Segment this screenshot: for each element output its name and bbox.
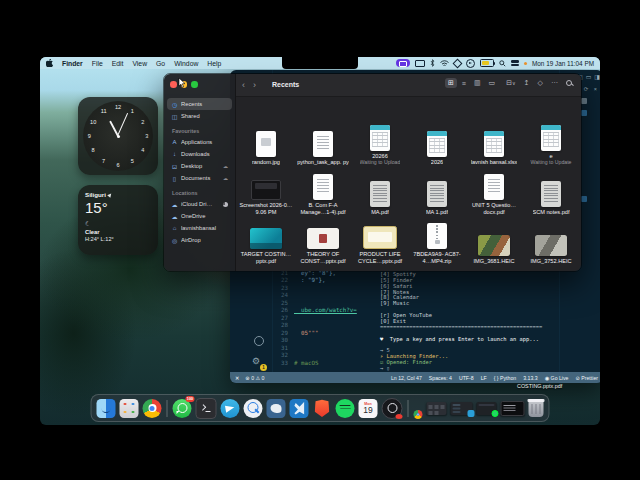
menu-item-view[interactable]: View [132,60,147,67]
file-item[interactable]: random.jpg [238,100,295,166]
menu-item-go[interactable]: Go [156,60,165,67]
menu-item-finder[interactable]: Finder [62,60,83,67]
status-item[interactable]: ⊗ 0 ⚠ 0 [245,375,264,381]
layout-icon[interactable]: ▭ [586,73,592,80]
finder-dock-icon[interactable] [97,399,116,418]
status-item[interactable]: ◉ Go Live [545,375,569,381]
minimized-window-terminal-window[interactable] [501,401,525,416]
sidebar-item-lavnishbansal[interactable]: ⌂lavnishbansal [167,222,232,234]
trash-dock-icon[interactable] [529,399,544,417]
file-name: random.jpg [252,159,280,165]
menu-item-edit[interactable]: Edit [112,60,124,67]
list-view-button[interactable]: ≡ [459,79,469,88]
file-item[interactable]: 2026 [409,100,466,166]
menu-item-help[interactable]: Help [207,60,221,67]
sidebar-item-recents[interactable]: ◷Recents [167,98,232,110]
back-button[interactable]: ‹ [242,77,245,93]
more-options-button[interactable]: ⋯ [551,79,558,87]
minimized-window-chat-window[interactable] [451,402,473,415]
icon-view-button[interactable]: ⊞ [445,78,457,88]
file-name: MA.pdf [371,209,389,215]
file-item[interactable]: B. Com F-A Manage…1-4).pdf [295,166,352,216]
screen-recording-indicator-icon[interactable] [396,59,410,67]
file-item[interactable]: IMG_3752.HEIC [523,216,580,265]
bluetooth-icon[interactable] [430,59,435,67]
minimized-window-whatsapp-window[interactable] [477,402,497,415]
terminal-dock-icon[interactable] [196,398,217,419]
minimized-window-chrome-mini[interactable] [414,410,423,419]
dock-separator [167,400,168,417]
file-item[interactable]: 7BDEA9A9- AC87-4…MP4.zip [409,216,466,265]
file-item[interactable]: eWaiting to Update [523,100,580,166]
status-item[interactable]: LF [481,375,487,381]
postgres-dock-icon[interactable] [267,399,286,418]
finder-window[interactable]: ◷Recents◫SharedFavouritesAApplications↓D… [163,73,582,272]
control-center-icon[interactable] [511,59,519,67]
chrome-dock-icon[interactable] [143,399,162,418]
file-item[interactable]: Screenshot 2026-0…9.06 PM [238,166,295,216]
file-item[interactable]: TARGET COSTIN…pptx.pdf [238,216,295,265]
shortcuts-icon[interactable] [452,58,462,68]
sidebar-item-airdrop[interactable]: ◎AirDrop [167,234,232,246]
sidebar-item-onedrive[interactable]: ☁OneDrive [167,210,232,222]
file-item[interactable]: IMG_3681.HEIC [466,216,523,265]
menu-item-window[interactable]: Window [174,60,198,67]
spotify-dock-icon[interactable] [336,399,355,418]
sidebar-item-iclouddri[interactable]: ☁iCloud Dri… [167,198,232,210]
obs-dock-icon[interactable] [382,398,403,419]
now-playing-icon[interactable] [466,59,475,68]
file-item[interactable]: 20266Waiting to Upload [352,100,409,166]
display-icon[interactable] [415,60,425,67]
vscode-dock-icon[interactable] [290,399,309,418]
file-item[interactable]: lavnish bansal.xlsx [466,100,523,166]
layout-icon[interactable]: ◨ [594,73,600,80]
telegram-dock-icon[interactable] [221,399,240,418]
clock-numeral: 2 [141,119,144,125]
launchpad-dock-icon[interactable] [120,399,139,418]
tag-button[interactable]: ◇ [538,79,543,87]
sidebar-item-documents[interactable]: ▯Documents☁ [167,172,232,184]
status-item[interactable]: { } Python [494,375,517,381]
status-item[interactable]: ✕ [235,375,239,381]
wifi-icon[interactable] [440,60,449,67]
gallery-view-button[interactable]: ▭ [486,78,499,88]
column-view-button[interactable]: ▥ [471,78,484,88]
account-icon[interactable] [254,336,264,346]
share-button[interactable]: ↥ [524,79,530,87]
spotlight-icon[interactable] [499,60,506,67]
minimized-window-app-window[interactable] [427,402,447,415]
brave-dock-icon[interactable] [313,399,332,418]
file-item[interactable]: MA 1.pdf [409,166,466,216]
clock-numeral: 6 [116,162,119,168]
status-item[interactable]: Ln 12, Col 47 [391,375,422,381]
sidebar-item-desktop[interactable]: ⊡Desktop☁ [167,160,232,172]
apple-menu-icon[interactable] [46,59,53,67]
file-item[interactable]: MA.pdf [352,166,409,216]
status-item[interactable]: 3.13.3 [523,375,537,381]
battery-icon[interactable] [480,59,494,67]
clock-widget[interactable]: 121234567891011 [78,97,158,175]
calendar-dock-icon[interactable]: Mon19 [359,399,378,418]
quicktime-dock-icon[interactable] [244,399,263,418]
status-item[interactable]: Spaces: 4 [429,375,452,381]
forward-button[interactable]: › [253,77,256,93]
menu-bar-clock[interactable]: Mon 19 Jan 11:04 PM [532,60,594,67]
group-by-button[interactable]: ⊟∨ [506,79,516,87]
sidebar-item-shared[interactable]: ◫Shared [167,110,232,122]
menu-item-file[interactable]: File [92,60,103,67]
file-item[interactable]: PRODUCT LIFE CYCLE…pptx.pdf [352,216,409,265]
gear-icon[interactable]: ⚙ [252,356,260,366]
file-item[interactable]: THEORY OF CONST…pptx.pdf [295,216,352,265]
weather-widget[interactable]: Siliguri 15° ☾ Clear H:24° L:12° [78,185,158,255]
file-item[interactable]: UNIT 5 Questio…docx.pdf [466,166,523,216]
status-item[interactable]: ⊘ Prettier [575,375,598,381]
status-item[interactable]: UTF-8 [459,375,474,381]
sidebar-item-downloads[interactable]: ↓Downloads [167,148,232,160]
file-item[interactable]: python_task_app. py [295,100,352,166]
whatsapp-dock-icon[interactable]: 100 [173,399,192,418]
sidebar-item-applications[interactable]: AApplications [167,136,232,148]
zoom-button[interactable] [191,81,198,88]
search-icon[interactable] [566,80,573,87]
close-button[interactable] [170,81,177,88]
file-item[interactable]: SCM notes.pdf [523,166,580,216]
